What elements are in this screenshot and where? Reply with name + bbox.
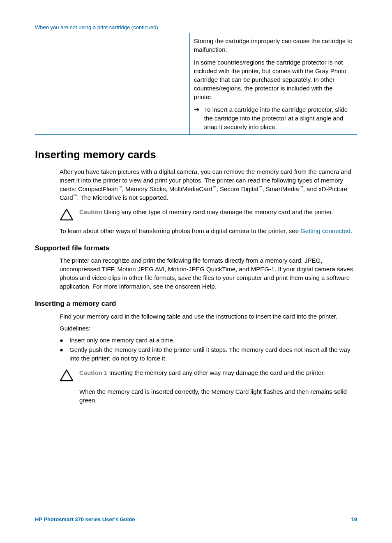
trademark-symbol: ™ (212, 185, 217, 189)
caution-block-1: Caution Using any other type of memory c… (60, 208, 357, 221)
trademark-symbol: ™ (73, 194, 77, 198)
heading-inserting-a-memory-card: Inserting a memory card (35, 299, 357, 309)
bullet-icon: ● (60, 345, 63, 363)
caution-sub-paragraph: When the memory card is inserted correct… (79, 387, 357, 404)
caution-triangle-icon (60, 369, 74, 381)
table-para-2: In some countries/regions the cartridge … (194, 58, 353, 101)
bullet-icon: ● (60, 336, 63, 344)
caution-triangle-icon (60, 208, 74, 221)
table-arrow-step: ➔ To insert a cartridge into the cartrid… (194, 105, 353, 131)
trademark-symbol: ™ (258, 185, 263, 189)
footer-guide-title: HP Photosmart 370 series User's Guide (35, 516, 135, 523)
list-item: ● Gently push the memory card into the p… (60, 345, 357, 363)
learn-paragraph: To learn about other ways of transferrin… (60, 226, 357, 235)
table-left-cell (35, 33, 189, 135)
table-arrow-text: To insert a cartridge into the cartridge… (204, 105, 353, 131)
caution-label: Caution (79, 208, 102, 215)
list-item: ● Insert only one memory card at a time. (60, 336, 357, 344)
arrow-right-icon: ➔ (194, 105, 199, 131)
table-para-1: Storing the cartridge improperly can cau… (194, 37, 353, 54)
guidelines-list: ● Insert only one memory card at a time.… (60, 336, 357, 363)
caution-text-2: Caution 1 Inserting the memory card any … (79, 368, 357, 377)
page-footer: HP Photosmart 370 series User's Guide 19 (35, 516, 357, 523)
bullet-text-2: Gently push the memory card into the pri… (69, 345, 357, 363)
table-right-cell: Storing the cartridge improperly can cau… (189, 33, 357, 135)
cartridge-storage-table: Storing the cartridge improperly can cau… (35, 33, 357, 135)
trademark-symbol: ™ (299, 185, 303, 189)
heading-inserting-memory-cards: Inserting memory cards (35, 147, 357, 162)
caution-block-2: Caution 1 Inserting the memory card any … (60, 368, 357, 381)
intro-paragraph: After you have taken pictures with a dig… (60, 167, 357, 202)
heading-supported-file-formats: Supported file formats (35, 243, 357, 253)
caution-label: Caution 1 (79, 369, 107, 376)
trademark-symbol: ™ (118, 185, 122, 189)
table-continuation-caption: When you are not using a print cartridge… (35, 24, 357, 31)
footer-page-number: 19 (351, 516, 357, 523)
find-card-paragraph: Find your memory card in the following t… (60, 312, 357, 321)
guidelines-label: Guidelines: (60, 324, 357, 333)
caution-text-1: Caution Using any other type of memory c… (79, 208, 357, 216)
formats-paragraph: The printer can recognize and print the … (60, 256, 357, 291)
bullet-text-1: Insert only one memory card at a time. (69, 336, 175, 344)
link-getting-connected[interactable]: Getting connected (300, 227, 350, 234)
